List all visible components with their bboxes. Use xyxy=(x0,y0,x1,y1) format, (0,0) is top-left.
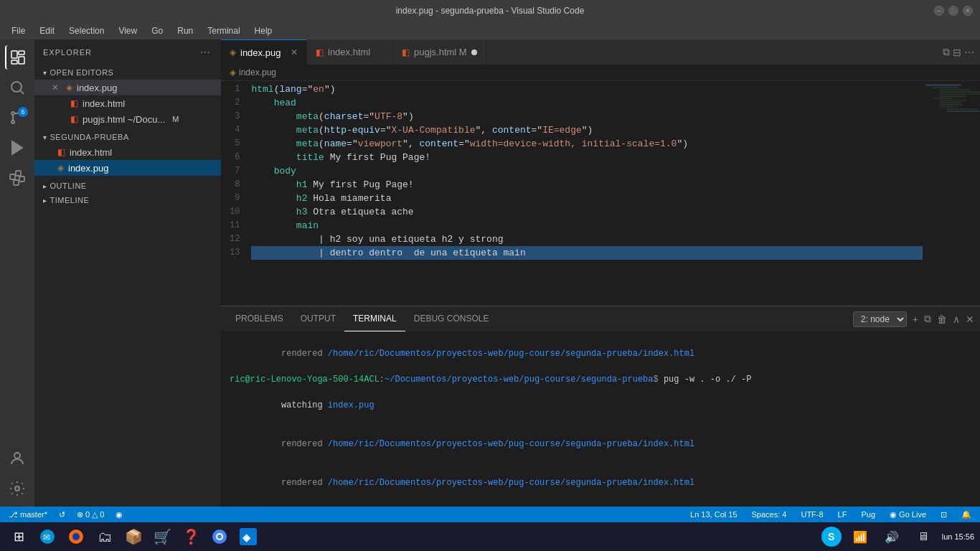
panel-chevron-up-btn[interactable]: ∧ xyxy=(953,314,960,325)
taskbar-vscode[interactable]: ◈ xyxy=(235,524,261,550)
svg-point-6 xyxy=(11,112,14,115)
panel-content[interactable]: rendered /home/ric/Documentos/proyectos-… xyxy=(221,331,980,507)
tab-index-html[interactable]: ◧ index.html xyxy=(307,39,393,65)
timeline-chevron: ▸ xyxy=(43,197,47,204)
tab-modified-indicator xyxy=(471,50,477,55)
menu-view[interactable]: View xyxy=(113,24,143,37)
tab-label-pugjs: pugjs.html M xyxy=(414,47,467,57)
code-line-6: title My first Pug Page! xyxy=(251,151,923,164)
open-editor-index-html[interactable]: ◧ index.html xyxy=(34,95,221,111)
menu-terminal[interactable]: Terminal xyxy=(202,24,245,37)
code-line-10: h3 Otra etiqueta ache xyxy=(251,205,923,219)
ln-11: 11 xyxy=(230,219,240,232)
tab-index-pug[interactable]: ◈ index.pug ✕ xyxy=(221,39,307,65)
taskbar-thunderbird[interactable]: ✉ xyxy=(34,524,60,550)
open-editor-index-pug[interactable]: ✕ ◈ index.pug xyxy=(34,80,221,95)
window-title: index.pug - segunda-prueba - Visual Stud… xyxy=(396,6,585,16)
menu-run[interactable]: Run xyxy=(171,24,199,37)
svg-point-7 xyxy=(11,121,14,123)
project-index-html[interactable]: ◧ index.html xyxy=(34,144,221,160)
code-content[interactable]: html(lang="en") head meta(charset="UTF-8… xyxy=(248,81,923,306)
menu-selection[interactable]: Selection xyxy=(63,24,110,37)
open-editors-chevron: ▾ xyxy=(43,69,47,77)
more-actions-btn[interactable]: ⋯ xyxy=(964,47,974,58)
language-status[interactable]: Pug xyxy=(858,510,878,519)
taskbar-skype[interactable]: S xyxy=(821,527,842,547)
taskbar-wifi[interactable]: 📶 xyxy=(847,524,873,550)
taskbar-display[interactable]: 🖥 xyxy=(910,524,936,550)
sync-status[interactable]: ↺ xyxy=(56,510,68,519)
panel-actions: 2: node + ⧉ 🗑 ∧ ✕ xyxy=(853,311,974,327)
menu-go[interactable]: Go xyxy=(146,24,169,37)
project-html-filename: index.html xyxy=(70,147,112,158)
encoding-status[interactable]: UTF-8 xyxy=(798,510,826,519)
close-button[interactable]: ✕ xyxy=(963,6,973,16)
source-control-activity-icon[interactable]: 6 xyxy=(5,105,29,130)
line-col-status[interactable]: Ln 13, Col 15 xyxy=(687,510,740,519)
open-editors-section[interactable]: ▾ OPEN EDITORS xyxy=(34,65,221,80)
svg-point-22 xyxy=(217,534,222,539)
timeline-section[interactable]: ▸ Timeline xyxy=(34,193,221,207)
breadcrumb-path[interactable]: index.pug xyxy=(239,67,276,77)
feedback-status[interactable]: ⊡ xyxy=(938,510,950,519)
open-editor-pugjs-html[interactable]: ◧ pugjs.html ~/Docu... M xyxy=(34,111,221,127)
errors-warnings-status[interactable]: ⊗ 0 △ 0 xyxy=(74,510,107,519)
taskbar-apps-grid[interactable]: ⊞ xyxy=(6,524,32,550)
taskbar-app6[interactable]: ❓ xyxy=(178,524,204,550)
maximize-button[interactable]: □ xyxy=(948,6,958,16)
outline-label: Outline xyxy=(50,182,87,190)
taskbar-time-text: lun 15:56 xyxy=(942,532,974,542)
close-editor-btn[interactable]: ✕ xyxy=(52,83,59,93)
account-activity-icon[interactable] xyxy=(5,446,29,471)
outline-section[interactable]: ▸ Outline xyxy=(34,179,221,193)
tab-problems[interactable]: PROBLEMS xyxy=(227,306,292,331)
tab-output[interactable]: OUTPUT xyxy=(292,306,344,331)
split-editor-btn[interactable]: ⧉ xyxy=(943,46,950,58)
eol-status[interactable]: LF xyxy=(835,510,850,519)
git-branch-status[interactable]: ⎇ master* xyxy=(6,510,50,519)
editor-area: ◈ index.pug ✕ ◧ index.html ◧ pugjs.html … xyxy=(221,39,980,507)
svg-line-5 xyxy=(21,91,24,95)
ln-1: 1 xyxy=(230,83,240,96)
tab-terminal[interactable]: TERMINAL xyxy=(344,306,405,331)
tab-pugjs-html[interactable]: ◧ pugjs.html M xyxy=(393,39,486,65)
taskbar-firefox[interactable] xyxy=(63,524,89,550)
panel-close-btn[interactable]: ✕ xyxy=(966,314,974,325)
taskbar-volume[interactable]: 🔊 xyxy=(879,524,905,550)
svg-rect-11 xyxy=(16,171,21,176)
extensions-activity-icon[interactable] xyxy=(5,166,29,190)
main-layout: 6 EXPLORER ⋯ ▾ OPEN EDITORS xyxy=(0,39,980,507)
svg-rect-2 xyxy=(19,57,24,64)
spaces-status[interactable]: Spaces: 4 xyxy=(749,510,790,519)
ln-9: 9 xyxy=(230,192,240,205)
taskbar-time: lun 15:56 xyxy=(942,532,974,542)
panel-add-btn[interactable]: + xyxy=(913,314,918,325)
panel-trash-btn[interactable]: 🗑 xyxy=(937,314,947,325)
taskbar-app4[interactable]: 📦 xyxy=(121,524,146,550)
taskbar-chrome[interactable] xyxy=(207,524,232,550)
run-activity-icon[interactable] xyxy=(5,136,29,160)
menu-edit[interactable]: Edit xyxy=(34,24,60,37)
taskbar-app5[interactable]: 🛒 xyxy=(149,524,175,550)
ln-6: 6 xyxy=(230,151,240,164)
project-index-pug[interactable]: ◈ index.pug xyxy=(34,160,221,176)
settings-activity-icon[interactable] xyxy=(5,476,29,501)
search-activity-icon[interactable] xyxy=(5,75,29,100)
tab-debug-console[interactable]: DEBUG CONSOLE xyxy=(405,306,498,331)
tab-close-pug[interactable]: ✕ xyxy=(291,47,298,57)
menu-help[interactable]: Help xyxy=(249,24,278,37)
menu-file[interactable]: File xyxy=(6,24,31,37)
golive-status[interactable]: ◉ Go Live xyxy=(887,510,929,519)
code-line-1: html(lang="en") xyxy=(251,83,923,96)
notifications-status[interactable]: 🔔 xyxy=(958,510,974,519)
toggle-panel-btn[interactable]: ⊟ xyxy=(953,47,961,58)
tab-label-html: index.html xyxy=(328,47,370,57)
panel-split-btn[interactable]: ⧉ xyxy=(924,313,931,325)
taskbar-files[interactable]: 🗂 xyxy=(92,524,118,550)
minimize-button[interactable]: ─ xyxy=(934,6,944,16)
project-section[interactable]: ▾ SEGUNDA-PRUEBA xyxy=(34,130,221,144)
terminal-selector[interactable]: 2: node xyxy=(853,311,907,327)
explorer-activity-icon[interactable] xyxy=(5,45,29,70)
remote-status[interactable]: ◉ xyxy=(113,510,126,519)
sidebar-new-file-btn[interactable]: ⋯ xyxy=(199,45,212,60)
